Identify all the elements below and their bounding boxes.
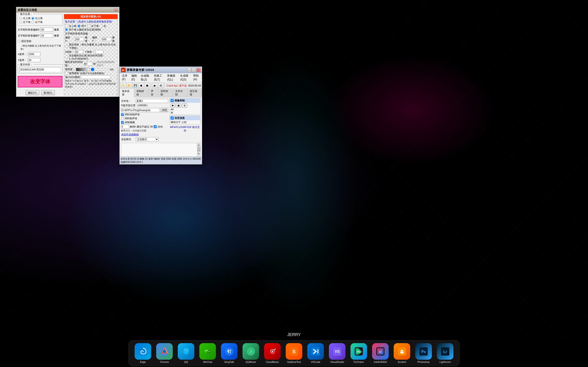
svg-text:钉: 钉 [227, 349, 232, 354]
scroll-thumb[interactable] [198, 147, 200, 151]
right-note[interactable]: 显示设置：(先选中上面的选项再修改置置) [65, 20, 117, 23]
dock-item-scratch[interactable]: Scratch [392, 342, 412, 364]
custom-info-checkbox[interactable] [171, 117, 174, 119]
x-speed-row: X速率： [18, 52, 62, 56]
position-bottom-left-radio[interactable] [19, 21, 22, 24]
record-video-row: 录制视频 [121, 121, 168, 124]
tab-basic[interactable]: 基本设置 [120, 89, 134, 97]
right-random-radio[interactable] [65, 56, 68, 58]
tab-timed[interactable]: 定时控制 [158, 89, 173, 97]
right-pos-left-radio[interactable] [65, 25, 68, 27]
format-support-link[interactable]: MP4/FLV/SWF/GIF 格式支持 [170, 125, 200, 132]
position-top-left-radio[interactable] [19, 17, 22, 20]
render-mode-select[interactable]: 主流模式 [136, 137, 159, 141]
right-pos-four-radio[interactable] [78, 25, 80, 27]
corner-offset-x-label: 文字框距角落偏移X [18, 28, 40, 31]
right-offset-x-input[interactable] [75, 37, 84, 41]
filename-label: 文件名： [121, 99, 135, 103]
font-change-text: 改变字体 [30, 78, 50, 85]
recorder-maximize-button[interactable]: □ [192, 68, 196, 72]
transparency-slider[interactable] [91, 68, 109, 71]
dock-label-wechat: WeChat [203, 361, 212, 363]
toolbar-open-button[interactable]: 📂 [127, 83, 132, 88]
record-control-checkbox[interactable] [171, 99, 174, 102]
position-top-right-radio[interactable] [32, 17, 34, 20]
svg-point-15 [209, 351, 210, 352]
confirm-button[interactable]: 确定(Y) [26, 90, 39, 95]
right-y-coord-input[interactable] [95, 50, 103, 54]
menu-file[interactable]: 文件(F) [121, 73, 130, 82]
dock-item-qqmusic[interactable]: ♪ QQMusic [241, 342, 260, 364]
settings-close-button[interactable]: × [114, 8, 118, 11]
tab-schedule[interactable]: 录制排程 [134, 89, 149, 97]
animated-tutorial-link[interactable]: 本软件动画教程 [121, 133, 139, 136]
toolbar-stop-button[interactable]: ⏹ [145, 83, 150, 88]
settings-title: 设置自定义信息 [18, 8, 37, 12]
dock-item-qq[interactable]: QQ [176, 342, 196, 364]
fixed-position-radio[interactable] [18, 40, 20, 43]
dock-item-dingtalk[interactable]: 钉 DingTalk [220, 342, 239, 364]
y-speed-input[interactable] [28, 58, 40, 62]
menu-composite[interactable]: 合成截取(J) [139, 73, 152, 82]
right-four-corners-label: 四个角上随机变化位置(猎狗) [69, 28, 101, 31]
corner-offset-x-input[interactable]: 30 [40, 27, 53, 32]
right-x-coord-input[interactable] [75, 50, 83, 54]
save-path-input[interactable] [121, 108, 160, 112]
dock-item-wechat[interactable]: WeChat [198, 342, 217, 364]
right-offset-y-input[interactable] [102, 37, 111, 41]
recorder-minimize-button[interactable]: — [187, 68, 191, 72]
record-stop-button[interactable]: ⏹ [176, 103, 181, 108]
recorder-log-area[interactable] [121, 143, 197, 156]
tab-other[interactable]: 其它设置 [187, 89, 202, 97]
toolbar-record-button[interactable]: ⏺ [138, 83, 144, 88]
toolbar-settings-button[interactable]: ⚙ [158, 83, 164, 88]
dock-item-cloudmusic[interactable]: CloudMusic [263, 342, 282, 364]
right-random-row: 完全随机化位置(变化时间范围：1~21474836487) [65, 54, 117, 60]
record-pause-button[interactable]: ⏸ [182, 103, 187, 108]
fps-input[interactable] [121, 125, 129, 129]
sync-sound-checkbox[interactable] [121, 113, 124, 116]
toolbar-new-button[interactable]: 📁 [121, 83, 126, 88]
logo-path-input[interactable] [81, 75, 111, 79]
menu-convert[interactable]: 转换工具(T) [153, 73, 165, 82]
tab-sound[interactable]: 声音 [149, 89, 158, 97]
right-pos-r-radio[interactable] [100, 25, 103, 27]
filename-input[interactable] [136, 99, 168, 103]
right-random-interval-input[interactable] [84, 62, 92, 66]
menu-record[interactable]: 录像模式(L) [166, 73, 178, 82]
dock-item-photoshop[interactable]: Ps Photoshop [414, 342, 433, 364]
use-mask-checkbox[interactable] [65, 72, 68, 75]
dock-item-chrome[interactable]: Chrome [155, 342, 174, 364]
dock-item-lightroom[interactable]: Lr Lightroom [435, 342, 455, 364]
right-specify-radio[interactable] [65, 45, 68, 48]
auto-checkbox[interactable] [154, 125, 157, 128]
scroll-down-arrow[interactable]: ▼ [197, 152, 200, 155]
right-pos-bl-radio[interactable] [87, 25, 90, 27]
record-start-button[interactable]: ▶ [171, 103, 175, 108]
toolbar-play-button[interactable]: ▶ [152, 83, 157, 88]
dock-item-intellij[interactable]: IJ IntelliJIDEA [371, 342, 390, 364]
position-bottom-left-label: 左下角 [23, 20, 31, 24]
dock-item-pycharm[interactable]: PC PyCharm [349, 342, 368, 364]
right-offset-y-label: 偏移 Y： [92, 36, 101, 43]
record-video-checkbox[interactable] [121, 121, 124, 124]
menu-help[interactable]: 帮助(H) [192, 73, 201, 82]
dock-item-vscode[interactable]: VSCode [306, 342, 325, 364]
dock-item-edge[interactable]: Edge [133, 342, 153, 364]
right-four-corners-radio[interactable] [65, 28, 68, 31]
x-speed-input[interactable] [28, 52, 40, 56]
menu-generate[interactable]: 生成模式(S) [179, 73, 191, 82]
corner-offset-y-input[interactable]: 20 [40, 33, 53, 38]
browse-button[interactable]: 浏览 [161, 108, 168, 112]
dock-item-vstudio[interactable]: VS VisualStudio [328, 342, 347, 364]
position-bottom-right-radio[interactable] [32, 21, 34, 24]
dock-item-sublime[interactable]: S SublimeText [284, 342, 304, 364]
tab-split[interactable]: 文件分割 [173, 89, 187, 97]
recorder-close-button[interactable]: × [196, 68, 200, 72]
recorder-app-icon: ▶ [121, 68, 126, 72]
cancel-button[interactable]: 取消(C) [41, 90, 55, 95]
sync-time-checkbox[interactable] [121, 117, 124, 120]
scroll-up-arrow[interactable]: ▲ [197, 143, 200, 146]
toolbar-save-button[interactable]: 💾 [132, 83, 138, 88]
menu-edit[interactable]: 编辑(E) [130, 73, 139, 82]
